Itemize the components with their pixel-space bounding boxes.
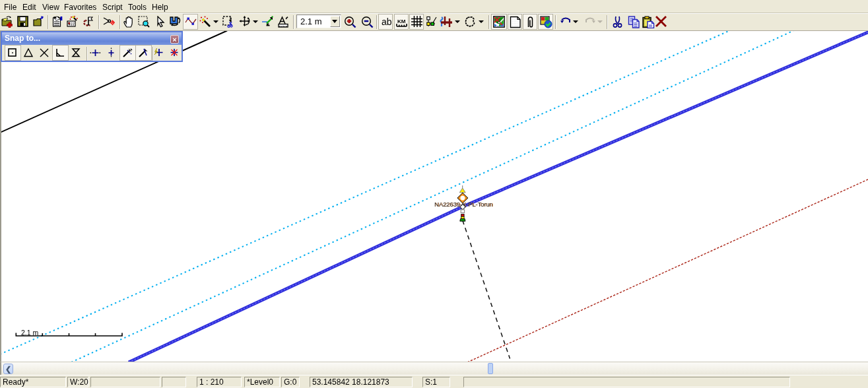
svg-text:KM: KM <box>397 18 406 24</box>
svg-text:2.1 m: 2.1 m <box>21 329 39 337</box>
